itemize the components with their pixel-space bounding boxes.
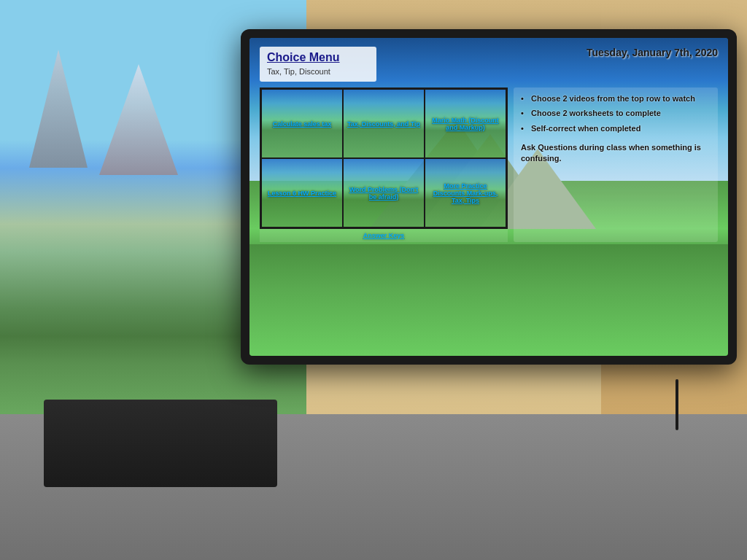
grid-row-1: Calculate sales tax Tax, Discounts, and … [261, 89, 506, 158]
cell-link-2-2[interactable]: Word Problems (Don't be afraid) [344, 183, 424, 203]
tv-bezel: Choice Menu Tax, Tip, Discount Tuesday, … [241, 29, 737, 365]
bullet-item-2: Choose 2 worksheets to complete [521, 108, 711, 118]
choice-grid-container: Calculate sales tax Tax, Discounts, and … [260, 88, 508, 242]
slide-body: Calculate sales tax Tax, Discounts, and … [260, 88, 718, 242]
grid-cell-2-3[interactable]: More Practice Discounts Mark-ups, Tax, T… [425, 158, 506, 228]
tv-mount: Choice Menu Tax, Tip, Discount Tuesday, … [241, 29, 737, 386]
cell-link-1-1[interactable]: Calculate sales tax [270, 117, 335, 131]
grid-cell-2-1[interactable]: Lesson 6 HW Practice [261, 158, 343, 228]
cell-link-2-3[interactable]: More Practice Discounts Mark-ups, Tax, T… [425, 179, 506, 207]
slide-date: Tuesday, January 7th, 2020 [587, 47, 718, 58]
tv-cable [676, 379, 678, 430]
slide-header: Choice Menu Tax, Tip, Discount Tuesday, … [260, 47, 718, 82]
grid-cell-1-1[interactable]: Calculate sales tax [261, 89, 343, 158]
choice-grid: Calculate sales tax Tax, Discounts, and … [260, 88, 508, 229]
bullet-item-3: Self-correct when completed [521, 123, 711, 133]
slide-subtitle: Tax, Tip, Discount [267, 67, 330, 76]
cell-link-2-1[interactable]: Lesson 6 HW Practice [265, 187, 339, 200]
tv-screen: Choice Menu Tax, Tip, Discount Tuesday, … [249, 38, 728, 356]
slide-title: Choice Menu [267, 51, 369, 64]
bullets-panel: Choose 2 videos from the top row to watc… [514, 88, 718, 242]
ask-text: Ask Questions during class when somethin… [521, 142, 711, 165]
cell-link-1-3[interactable]: Mario Math (Discount and Markup) [425, 114, 506, 134]
grid-cell-2-2[interactable]: Word Problems (Don't be afraid) [343, 158, 425, 228]
grid-cell-1-2[interactable]: Tax, Discounts, and Tip [343, 89, 425, 158]
cell-link-1-2[interactable]: Tax, Discounts, and Tip [344, 117, 423, 131]
answer-keys-link[interactable]: Answer Keys [363, 232, 405, 239]
grid-cell-1-3[interactable]: Mario Math (Discount and Markup) [425, 89, 506, 158]
desk [44, 400, 277, 487]
bullet-list: Choose 2 videos from the top row to watc… [521, 93, 711, 133]
grid-bottom: Answer Keys [260, 229, 508, 242]
bullet-item-1: Choose 2 videos from the top row to watc… [521, 93, 711, 104]
grid-row-2: Lesson 6 HW Practice Word Problems (Don'… [261, 158, 506, 228]
screen-content: Choice Menu Tax, Tip, Discount Tuesday, … [249, 38, 728, 356]
title-block: Choice Menu Tax, Tip, Discount [260, 47, 376, 82]
